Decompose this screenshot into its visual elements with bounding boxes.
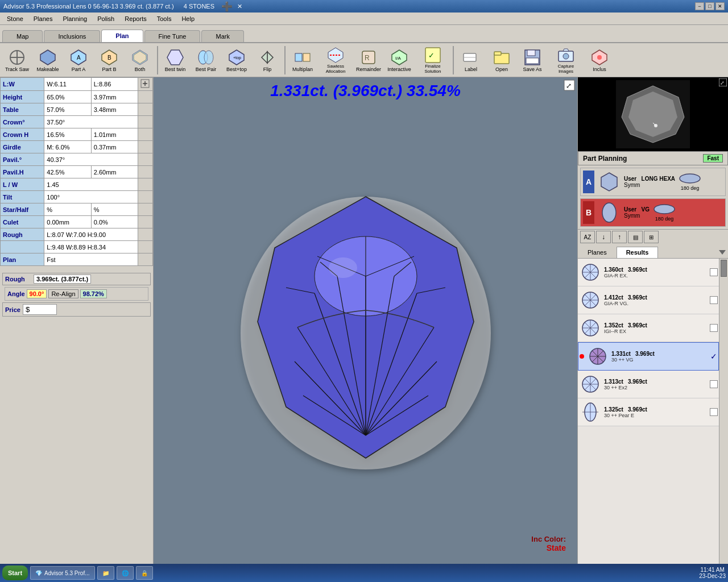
taskbar-security-item[interactable]: 🔒 (136, 566, 153, 580)
svg-rect-33 (526, 58, 539, 64)
tab-mark[interactable]: Mark (201, 30, 243, 42)
svg-point-64 (329, 257, 357, 278)
minimize-button[interactable]: − (695, 2, 704, 10)
remainder-button[interactable]: R Remainder (354, 45, 383, 76)
tab-inclusions[interactable]: Inclusions (44, 30, 100, 42)
best-pair-button[interactable]: Best Pair (191, 45, 221, 76)
result-check-4[interactable]: ✓ (710, 352, 717, 361)
best-twin-button[interactable]: Best twin (160, 45, 190, 76)
result-row-5[interactable]: 1.313ct3.969ct 30 ++ Ex2 (578, 371, 719, 398)
close-window-icon[interactable]: ✕ (237, 3, 242, 10)
result-row-2[interactable]: 1.412ct3.969ct GIA-R VG. (578, 286, 719, 314)
sawless-button[interactable]: Sawless Allocation (318, 45, 353, 76)
pct-value: 98.72% (80, 289, 107, 298)
menu-stone[interactable]: Stone (2, 14, 28, 23)
makeable-button[interactable]: Makeable (33, 45, 63, 76)
result-row-1[interactable]: 1.360ct3.969ct GIA-R EX. (578, 259, 719, 286)
part-b-button[interactable]: B Part B (94, 45, 124, 76)
menu-help[interactable]: Help (177, 14, 199, 23)
result-checkbox-6[interactable] (710, 408, 718, 416)
app-title: Advisor 5.3 Professional Lens 0 56-96-13… (3, 3, 174, 10)
result-row-6[interactable]: 1.325ct3.969ct 30 ++ Pear E (578, 398, 719, 426)
maximize-button[interactable]: □ (705, 2, 714, 10)
filter-button[interactable]: ▤ (628, 231, 643, 243)
menu-planes[interactable]: Planes (29, 14, 57, 23)
svg-text:R: R (365, 54, 370, 62)
prop-height-val1: 65.0% (44, 91, 91, 103)
menu-planning[interactable]: Planning (58, 14, 92, 23)
prop-rough-label: Rough (1, 228, 44, 241)
realign-row: Angle 90.0° Re-Align 98.72% (5, 287, 148, 301)
svg-rect-17 (295, 53, 302, 61)
add-icon[interactable]: ➕ (221, 1, 233, 12)
expand-button[interactable]: ⤢ (564, 80, 575, 92)
result-checkbox-3[interactable] (710, 324, 718, 332)
tab-map[interactable]: Map (2, 30, 43, 42)
separator-1 (157, 46, 158, 74)
pr-tabs: Planes Results (578, 247, 728, 259)
both-icon (131, 48, 149, 66)
result-checkbox-1[interactable] (710, 268, 718, 276)
result-row-4[interactable]: 1.331ct3.969ct 30 ++ VG ✓ (578, 342, 719, 371)
multiplan-button[interactable]: Multiplan (288, 45, 317, 76)
svg-marker-3 (40, 50, 55, 65)
title-bar-text: Advisor 5.3 Professional Lens 0 56-96-13… (3, 1, 242, 12)
label-button[interactable]: Label (456, 45, 486, 76)
sort-up-button[interactable]: ↑ (612, 231, 627, 243)
taskbar-browser-item[interactable]: 🌐 (117, 566, 134, 580)
result-vals-3: 1.352ct3.969ct IGI--R EX (604, 322, 708, 334)
inclus-button[interactable]: Inclus (585, 45, 614, 76)
collapse-icon[interactable] (717, 247, 728, 258)
open-button[interactable]: Open (487, 45, 516, 76)
part-a-button[interactable]: A Part A (64, 45, 93, 76)
prop-lw-label: L:W (1, 78, 44, 91)
result-checkbox-2[interactable] (710, 296, 718, 304)
scrollbar-thumb[interactable] (721, 260, 727, 277)
stone-a-type: User LONG HEXA (624, 176, 675, 182)
planes-tab[interactable]: Planes (578, 247, 617, 258)
prop-crown-deg-label: Crown° (1, 116, 44, 128)
best-top-button[interactable]: +top Best+top (222, 45, 251, 76)
results-list: 1.360ct3.969ct GIA-R EX. 1.412ct3.969ct … (578, 259, 719, 564)
price-input[interactable] (23, 304, 57, 315)
results-tab[interactable]: Results (617, 247, 659, 258)
result-diamond-1 (579, 261, 602, 284)
close-button[interactable]: ✕ (715, 2, 725, 10)
both-button[interactable]: Both (125, 45, 155, 76)
svg-marker-36 (563, 49, 569, 51)
menu-tools[interactable]: Tools (152, 14, 176, 23)
prop-culet-label: Culet (1, 216, 44, 228)
tab-finetune[interactable]: Fine Tune (144, 30, 201, 42)
taskbar-app-item[interactable]: 💎 Advisor 5.3 Prof... (30, 566, 94, 580)
track-saw-icon (8, 48, 26, 66)
result-row-3[interactable]: 1.352ct3.969ct IGI--R EX (578, 314, 719, 342)
menu-polish[interactable]: Polish (93, 14, 119, 23)
results-container: 1.360ct3.969ct GIA-R EX. 1.412ct3.969ct … (578, 259, 728, 564)
menu-reports[interactable]: Reports (120, 14, 151, 23)
start-button[interactable]: Start (2, 566, 28, 580)
results-scrollbar[interactable] (719, 259, 728, 564)
tab-plan[interactable]: Plan (101, 30, 143, 42)
track-saw-button[interactable]: Track Saw (2, 45, 32, 76)
center-panel: 1.331ct. (3.969ct.) 33.54% ⤢ (154, 77, 577, 564)
sort-az-button[interactable]: AZ (580, 231, 595, 243)
grid-button[interactable]: ⊞ (644, 231, 659, 243)
result-diamond-4 (586, 345, 609, 368)
finalize-button[interactable]: ✓ Finalize Solution (415, 45, 450, 76)
result-checkbox-5[interactable] (710, 380, 718, 388)
separator-2 (284, 46, 286, 74)
prop-plan-label: Plan (1, 253, 44, 266)
taskbar-folder-item[interactable]: 📁 (97, 566, 114, 580)
stone-a-dish-icon: 180 deg (679, 173, 701, 191)
prop-table-val2: 3.48mm (91, 103, 138, 116)
flip-button[interactable]: Flip (253, 45, 282, 76)
realign-button[interactable]: Re-Align (48, 289, 78, 298)
interactive-button[interactable]: I/A Interactive (384, 45, 414, 76)
sort-down-button[interactable]: ↓ (596, 231, 611, 243)
inc-color-state: Inc Color: State (531, 535, 566, 552)
capture-images-button[interactable]: Capture Images (548, 45, 584, 76)
thumbnail-expand[interactable]: ⤢ (719, 78, 727, 88)
expand-icon[interactable] (138, 78, 153, 91)
prop-starhalf-val2: % (91, 203, 138, 216)
save-as-button[interactable]: Save As (518, 45, 547, 76)
